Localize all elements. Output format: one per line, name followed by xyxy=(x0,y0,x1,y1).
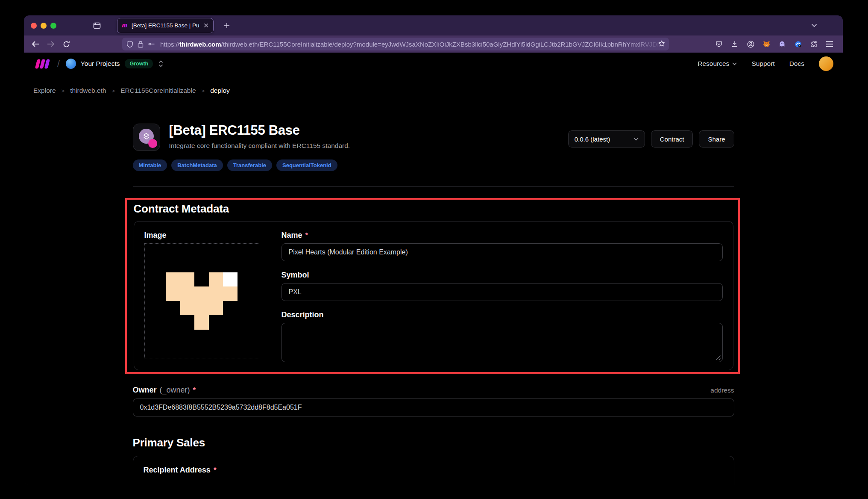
tab-title: [Beta] ERC1155 Base | Publishe xyxy=(132,22,199,29)
tab-close-icon[interactable] xyxy=(202,22,209,29)
primary-sales-panel: Recipient Address * xyxy=(133,456,734,485)
contract-icon xyxy=(133,124,160,151)
breadcrumb-deploy: deploy xyxy=(210,87,230,94)
contract-metadata-panel: Image Name * xyxy=(134,221,733,370)
badge-mintable[interactable]: Mintable xyxy=(133,159,167,171)
project-switcher-label[interactable]: Your Projects xyxy=(81,60,120,68)
owner-input[interactable] xyxy=(133,399,734,416)
downloads-icon[interactable] xyxy=(728,38,741,50)
contract-metadata-section: Contract Metadata Image Name xyxy=(133,198,734,374)
contract-metadata-heading: Contract Metadata xyxy=(134,202,733,215)
site-navbar: / Your Projects Growth Resources Support… xyxy=(24,53,843,75)
thirdweb-logo-icon[interactable] xyxy=(33,58,52,70)
traffic-lights xyxy=(31,23,56,29)
section-divider xyxy=(133,186,734,187)
page-title: [Beta] ERC1155 Base xyxy=(169,124,350,137)
tab-favicon-thirdweb-logo-icon xyxy=(121,23,128,29)
nav-support[interactable]: Support xyxy=(751,60,774,68)
page-description: Integrate core functionality compliant w… xyxy=(169,142,350,150)
breadcrumb: Explore > thirdweb.eth > ERC1155CoreInit… xyxy=(24,75,843,94)
metamask-icon[interactable] xyxy=(760,38,773,50)
version-selected: 0.0.6 (latest) xyxy=(575,136,610,143)
tracking-shield-icon[interactable] xyxy=(126,41,133,48)
browser-window: [Beta] ERC1155 Base | Publishe xyxy=(24,15,843,485)
project-switcher-chevrons-icon[interactable] xyxy=(158,60,164,68)
privacy-extension-icon[interactable] xyxy=(792,38,804,50)
owner-label: Owner xyxy=(133,386,157,395)
account-icon[interactable] xyxy=(744,38,757,50)
bookmark-star-icon[interactable] xyxy=(658,40,666,47)
symbol-input[interactable] xyxy=(282,283,723,301)
pocket-icon[interactable] xyxy=(713,38,725,50)
owner-field: Owner (_owner) * address xyxy=(133,386,734,416)
breadcrumb-separator: > xyxy=(112,88,115,94)
forward-icon[interactable] xyxy=(44,38,57,50)
breadcrumb-separator: > xyxy=(202,88,205,94)
owner-param: (_owner) xyxy=(160,386,190,395)
pixel-heart xyxy=(166,272,238,330)
extensions-puzzle-icon[interactable] xyxy=(807,38,820,50)
phantom-icon[interactable] xyxy=(776,38,789,50)
badge-batchmetadata[interactable]: BatchMetadata xyxy=(171,159,223,171)
permissions-icon[interactable] xyxy=(148,41,155,47)
badge-transferable[interactable]: Transferable xyxy=(227,159,272,171)
plan-badge: Growth xyxy=(125,59,153,68)
primary-sales-heading: Primary Sales xyxy=(133,436,734,449)
nav-resources-label: Resources xyxy=(698,60,729,68)
breadcrumb-publisher[interactable]: thirdweb.eth xyxy=(70,87,106,94)
breadcrumb-separator: > xyxy=(62,88,65,94)
list-tabs-chevron-icon[interactable] xyxy=(808,19,821,32)
url-bar[interactable]: https://thirdweb.com/thirdweb.eth/ERC115… xyxy=(122,38,669,50)
page-content: / Your Projects Growth Resources Support… xyxy=(24,53,843,485)
lock-icon[interactable] xyxy=(138,41,144,48)
nav-docs[interactable]: Docs xyxy=(789,60,804,68)
version-select[interactable]: 0.0.6 (latest) xyxy=(568,130,645,148)
image-dropzone[interactable] xyxy=(144,243,259,358)
name-label: Name xyxy=(282,231,302,240)
image-label: Image xyxy=(144,231,167,240)
contract-button[interactable]: Contract xyxy=(651,130,693,148)
reload-icon[interactable] xyxy=(60,38,73,50)
share-button[interactable]: Share xyxy=(699,130,734,148)
description-label: Description xyxy=(282,310,324,319)
name-input[interactable] xyxy=(282,243,723,261)
toolbar-extensions xyxy=(713,38,836,50)
owner-required-mark: * xyxy=(193,386,196,395)
description-textarea[interactable] xyxy=(282,323,723,362)
contract-icon-dot xyxy=(148,139,157,148)
contract-header: [Beta] ERC1155 Base Integrate core funct… xyxy=(133,124,734,151)
new-tab-button[interactable] xyxy=(220,19,233,32)
recipient-required-mark: * xyxy=(214,466,217,475)
browser-tab[interactable]: [Beta] ERC1155 Base | Publishe xyxy=(117,18,214,33)
version-chevron-icon xyxy=(633,137,639,141)
badge-sequentialtokenid[interactable]: SequentialTokenId xyxy=(276,159,337,171)
firefox-view-icon[interactable] xyxy=(91,19,103,32)
breadcrumb-explore[interactable]: Explore xyxy=(33,87,56,94)
navigation-toolbar: https://thirdweb.com/thirdweb.eth/ERC115… xyxy=(24,35,843,53)
url-scheme: https:// xyxy=(160,41,179,48)
tab-bar: [Beta] ERC1155 Base | Publishe xyxy=(24,15,843,35)
owner-type-hint: address xyxy=(710,387,734,394)
window-close-button[interactable] xyxy=(31,23,37,29)
name-required-mark: * xyxy=(305,231,308,240)
symbol-label: Symbol xyxy=(282,271,309,280)
back-icon[interactable] xyxy=(29,38,42,50)
breadcrumb-contract[interactable]: ERC1155CoreInitializable xyxy=(120,87,196,94)
window-minimize-button[interactable] xyxy=(41,23,47,29)
window-zoom-button[interactable] xyxy=(50,23,56,29)
nav-slash-divider: / xyxy=(57,59,60,69)
menu-icon[interactable] xyxy=(823,38,836,50)
extension-badges: Mintable BatchMetadata Transferable Sequ… xyxy=(133,159,734,171)
nav-resources[interactable]: Resources xyxy=(698,60,737,68)
url-text: https://thirdweb.com/thirdweb.eth/ERC115… xyxy=(160,41,665,48)
url-path: /thirdweb.eth/ERC1155CoreInitializable/d… xyxy=(221,41,665,48)
resources-chevron-icon xyxy=(732,62,737,65)
project-avatar xyxy=(66,59,76,69)
url-domain: thirdweb.com xyxy=(179,41,221,48)
user-avatar[interactable] xyxy=(819,56,833,71)
recipient-address-label: Recipient Address xyxy=(144,466,211,475)
